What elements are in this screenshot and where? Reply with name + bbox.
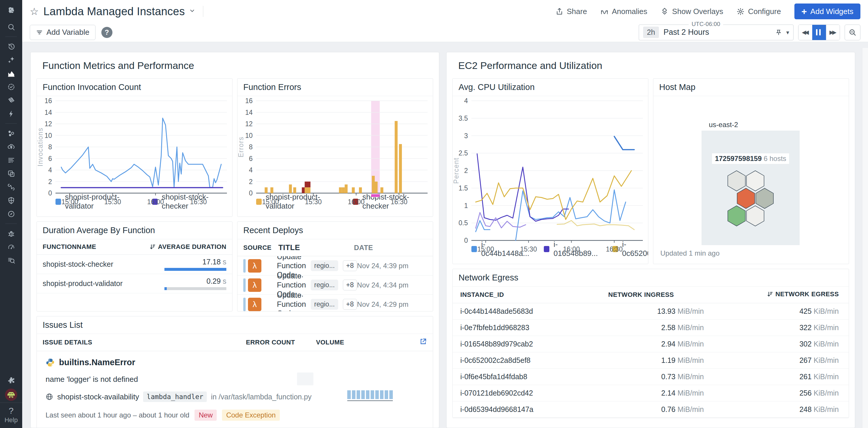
datadog-logo[interactable] <box>3 4 19 17</box>
time-pause-button[interactable] <box>812 25 826 40</box>
zoom-out-button[interactable] <box>845 25 860 40</box>
serverless-icon[interactable] <box>4 107 18 120</box>
widget-duration-average[interactable]: Duration Average By Function FUNCTIONNAM… <box>36 221 232 311</box>
issue-row[interactable]: builtins.NameError name 'logger' is not … <box>37 351 433 428</box>
dashboard-header: ☆ Lambda Managed Instances Share Anomali… <box>22 0 868 23</box>
hostmap-updated-label: Updated 1 min ago <box>660 249 720 257</box>
group-title: Function Metrics and Performance <box>42 60 433 71</box>
svg-text:10: 10 <box>44 132 52 140</box>
metrics-icon[interactable] <box>4 240 18 253</box>
lambda-icon: λ <box>248 278 261 292</box>
svg-text:15:00: 15:00 <box>262 198 279 206</box>
user-avatar[interactable] <box>5 389 17 401</box>
add-widgets-button[interactable]: + Add Widgets <box>795 3 860 19</box>
issue-message: name 'logger' is not defined <box>45 375 138 384</box>
widget-issues-list[interactable]: Issues List ISSUE DETAILS ERROR COUNT VO… <box>36 316 433 428</box>
widget-avg-cpu-utilization[interactable]: Avg. CPU Utilization 00.511.522.533.5415… <box>453 78 648 264</box>
logs-icon[interactable] <box>4 153 18 167</box>
widget-title: Recent Deploys <box>238 222 433 239</box>
table-row[interactable]: i-016548b89d979cab22.94 MiB/min302 KiB/m… <box>453 336 849 352</box>
time-range-picker[interactable]: UTC-06:00 2h Past 2 Hours ▾ <box>639 25 794 40</box>
deploy-more-chip[interactable]: +8 <box>343 299 357 310</box>
svg-text:16:00: 16:00 <box>348 198 365 206</box>
deploy-more-chip[interactable]: +8 <box>343 280 357 291</box>
page-title: Lambda Managed Instances <box>43 5 185 18</box>
table-row[interactable]: i-0e7fbfeb1dd9682832.58 MiB/min322 KiB/m… <box>453 319 849 336</box>
anomalies-button[interactable]: Anomalies <box>600 7 647 16</box>
issue-error-type[interactable]: builtins.NameError <box>59 358 135 367</box>
svg-text:Percent: Percent <box>453 157 460 184</box>
share-icon <box>556 8 563 16</box>
svg-text:0: 0 <box>48 189 52 197</box>
log-explorer-icon[interactable] <box>4 253 18 267</box>
errors-bar-chart[interactable]: 024681012141615:0015:3016:0016:30Errors <box>238 96 433 190</box>
hostmap-region-panel[interactable]: 172597598159 6 hosts <box>702 131 800 245</box>
time-backward-button[interactable]: ◀◀ <box>799 25 812 40</box>
svg-text:3: 3 <box>464 132 468 140</box>
svg-text:10: 10 <box>245 132 253 140</box>
table-row[interactable]: i-0c44b1448ade5683d13.93 MiB/min425 KiB/… <box>453 303 849 319</box>
widget-title: Host Map <box>653 79 849 96</box>
pin-icon[interactable] <box>775 29 782 36</box>
svg-text:2: 2 <box>464 167 468 175</box>
apm-icon[interactable] <box>4 126 18 140</box>
cloud-cost-icon[interactable] <box>4 140 18 153</box>
title-chevron-down-icon[interactable] <box>189 8 195 15</box>
svg-text:0: 0 <box>249 189 253 197</box>
service-mgmt-icon[interactable] <box>4 207 18 221</box>
issue-badge-new: New <box>194 409 217 421</box>
infrastructure-icon[interactable] <box>4 93 18 107</box>
widget-recent-deploys[interactable]: Recent Deploys SOURCE TITLE DATE λUpdate… <box>237 221 433 311</box>
template-variable-help-icon[interactable]: ? <box>101 27 113 38</box>
issue-function-name[interactable]: shopist-stock-availability <box>57 392 139 401</box>
svg-text:14: 14 <box>44 109 52 116</box>
security-icon[interactable] <box>4 194 18 207</box>
open-external-icon[interactable] <box>420 338 427 345</box>
help-icon[interactable]: ? <box>0 406 22 415</box>
issue-file-path: in /var/task/lambda_function.py <box>211 393 312 401</box>
widget-function-errors[interactable]: Function Errors 024681012141615:0015:301… <box>237 78 433 217</box>
table-row[interactable]: λUpdate Function Code ...regio...+8Nov 2… <box>238 295 433 311</box>
favorite-star-icon[interactable]: ☆ <box>30 5 38 17</box>
widget-function-invocation-count[interactable]: Function Invocation Count 02468101214161… <box>36 78 232 217</box>
table-row[interactable]: shopist-product-validator0.29 s <box>37 274 232 293</box>
add-variable-button[interactable]: Add Variable <box>30 25 95 40</box>
error-tracking-icon[interactable] <box>4 227 18 240</box>
cpu-line-chart[interactable]: 00.511.522.533.5415:0015:3016:0016:30Per… <box>453 96 648 238</box>
invocation-line-chart[interactable]: 024681012141615:0015:3016:0016:30Invocat… <box>37 96 232 190</box>
gear-icon <box>737 8 744 16</box>
svg-text:4: 4 <box>48 166 52 174</box>
integrations-icon[interactable] <box>4 373 18 387</box>
table-row[interactable]: i-0d65394dd9668147a0.76 MiB/min248 KiB/m… <box>453 401 849 418</box>
history-icon[interactable] <box>4 40 18 53</box>
search-icon[interactable] <box>4 20 18 34</box>
deploy-more-chip[interactable]: +8 <box>343 260 357 271</box>
deploy-tag-chip[interactable]: regio... <box>311 280 338 291</box>
watchdog-icon[interactable] <box>4 80 18 93</box>
group-function-metrics: Function Metrics and Performance Functio… <box>30 52 439 428</box>
widget-network-egress[interactable]: Network Egress INSTANCE_ID NETWORK INGRE… <box>453 269 849 418</box>
share-button[interactable]: Share <box>556 7 587 16</box>
deploy-tag-chip[interactable]: regio... <box>311 260 338 271</box>
time-forward-button[interactable]: ▶▶ <box>826 25 840 40</box>
table-row[interactable]: i-070121deb6902cd422.14 MiB/min256 KiB/m… <box>453 385 849 401</box>
deploy-tag-chip[interactable]: regio... <box>311 299 338 310</box>
sparkles-icon[interactable] <box>4 53 18 67</box>
svg-text:4: 4 <box>249 166 253 174</box>
widget-host-map[interactable]: Host Map us-east-2 172597598159 6 hosts … <box>653 78 849 264</box>
hostmap-hex-cluster[interactable] <box>724 168 777 231</box>
table-row[interactable]: shopist-stock-checker17.18 s <box>37 255 232 274</box>
ci-icon[interactable] <box>4 180 18 194</box>
rum-icon[interactable] <box>4 167 18 180</box>
table-row[interactable]: i-0c652002c2a8d5ef81.19 MiB/min267 KiB/m… <box>453 352 849 369</box>
deploy-rows: λUpdate Function Code ...regio...+8Nov 2… <box>238 256 433 311</box>
table-row[interactable]: i-0f6e45bfa1d4fdab80.73 MiB/min261 KiB/m… <box>453 369 849 385</box>
svg-text:15:00: 15:00 <box>61 198 78 206</box>
show-overlays-button[interactable]: Show Overlays <box>661 7 723 16</box>
egress-rows: i-0c44b1448ade5683d13.93 MiB/min425 KiB/… <box>453 303 849 418</box>
svg-text:6: 6 <box>249 155 253 162</box>
time-dropdown-caret-icon[interactable]: ▾ <box>786 29 789 36</box>
scrollbar-track[interactable] <box>862 48 868 428</box>
configure-button[interactable]: Configure <box>737 7 781 16</box>
dashboards-icon[interactable] <box>4 67 18 80</box>
